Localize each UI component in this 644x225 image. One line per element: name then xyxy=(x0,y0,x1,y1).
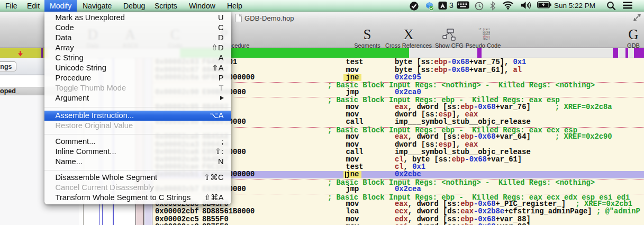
menu-item-assemble-instruction[interactable]: Assemble Instruction...⌥A xyxy=(44,111,231,121)
menubar-item-navigate[interactable]: Navigate xyxy=(77,0,117,12)
menubar-item-modify[interactable]: Modify xyxy=(44,0,77,12)
menu-item-disassemble-whole-segment[interactable]: Disassemble Whole Segment⇧⌘C xyxy=(44,173,231,183)
asm-mnemonic: mov xyxy=(346,111,359,119)
asm-operands: cl, 0x1 xyxy=(395,164,425,171)
menu-shortcut: T xyxy=(219,83,224,93)
toolbar-letter-icon-X: X xyxy=(403,28,414,42)
asm-operands: byte [ss:ebp-0x68+var_61], al xyxy=(395,67,522,74)
nav-segment-purple-tick xyxy=(41,48,43,58)
menu-item-array[interactable]: Array⇧D xyxy=(44,43,231,53)
menu-item-mark-as-unexplored[interactable]: Mark as UnexploredU xyxy=(44,13,231,23)
menu-item-label: Comment... xyxy=(56,137,96,147)
asm-mnemonic: call xyxy=(346,119,364,126)
battery-icon[interactable] xyxy=(537,1,551,11)
menu-item-toggle-thumb-mode[interactable]: Toggle Thumb ModeT xyxy=(44,83,231,93)
menu-item-label: Mark as Unexplored xyxy=(56,13,125,23)
asm-mnemonic: jmp xyxy=(346,186,359,193)
asm-mnemonic: lea xyxy=(346,208,359,215)
menu-item-inline-comment[interactable]: Inline Comment...⇧: xyxy=(44,147,231,157)
menu-shortcut: A xyxy=(219,53,224,63)
adobe-count[interactable]: 3 xyxy=(449,1,453,10)
nav-segment-purple-tick xyxy=(477,48,482,58)
adobe-icon[interactable] xyxy=(438,1,447,12)
nav-segment-purple-tick xyxy=(625,48,628,58)
menu-item-name[interactable]: Name...N xyxy=(44,157,231,167)
asm-mnemonic: jne xyxy=(346,74,359,82)
asm-mnemonic: mov xyxy=(346,141,359,149)
menu-item-label: Assemble Instruction... xyxy=(56,111,134,121)
time-machine-icon[interactable] xyxy=(474,1,484,13)
wifi-icon[interactable] xyxy=(502,1,514,12)
menu-item-label: Array xyxy=(56,43,74,53)
menu-item-cancel-current-disassembly[interactable]: Cancel Current Disassembly xyxy=(44,183,231,193)
menubar-item-edit[interactable]: Edit xyxy=(22,0,45,12)
asm-operands: 0x2ca0 xyxy=(395,89,421,96)
asm-operands: eax, dword [ss:ebp-0x68+var_64] xyxy=(395,133,531,141)
submenu-arrow-icon xyxy=(220,96,224,100)
menu-shortcut: ; xyxy=(221,137,223,147)
fullscreen-icon[interactable] xyxy=(633,13,641,22)
menu-shortcut: N xyxy=(218,157,224,167)
menu-shortcut: ⇧A xyxy=(212,63,223,73)
menu-separator xyxy=(44,131,231,137)
menu-item-code[interactable]: CodeC xyxy=(44,23,231,33)
asm-mnemonic: call xyxy=(346,149,364,156)
toolbar-letter-icon-S: S xyxy=(363,28,371,42)
asm-bytes: 8B75F0 xyxy=(202,223,229,225)
dropbox-icon[interactable] xyxy=(424,1,434,13)
asm-operands: 0x2cbc xyxy=(395,171,421,178)
asm-mnemonic: jmp xyxy=(346,89,359,96)
nav-segment-purple-tick xyxy=(634,48,644,58)
menu-shortcut: ⇧D xyxy=(212,43,224,53)
toolbar-item-pseudo-code[interactable]: if (razzCGPoiCGRectRecttRectPseudo Code xyxy=(451,27,515,48)
tab-strings[interactable]: Strings xyxy=(0,61,16,71)
asm-bytes: 8D88561B0000 xyxy=(202,208,255,215)
asm-operands: 0x2cea xyxy=(395,186,421,193)
menu-item-unicode-string[interactable]: Unicode String⇧A xyxy=(44,63,231,73)
menubar-item-help[interactable]: Help xyxy=(222,0,248,12)
bluetooth-icon[interactable] xyxy=(489,1,496,13)
notification-center-icon[interactable] xyxy=(622,1,633,12)
menu-item-c-string[interactable]: C StringA xyxy=(44,53,231,63)
keyboard-icon[interactable] xyxy=(457,1,469,11)
menubar-item-scripts[interactable]: Scripts xyxy=(149,0,183,12)
volume-icon[interactable] xyxy=(521,1,531,12)
menu-item-procedure[interactable]: ProcedureP xyxy=(44,73,231,83)
menubar-item-debug[interactable]: Debug xyxy=(118,0,150,12)
asm-operands: cl, byte [ss:ebp-0x68+var_61] xyxy=(395,156,522,164)
asm-row[interactable]: 0x00002cc58B55F0movedx, dword [ss:ebp-0x… xyxy=(153,216,644,223)
menu-item-transform-whole-segment-to-c-strings[interactable]: Transform Whole Segment to C Strings⇧⌘A xyxy=(44,193,231,203)
asm-row[interactable]: 0x00002cbf8D88561B0000leaecx, dword [ds:… xyxy=(153,208,644,215)
asm-operands: eax, dword [ss:ebp-0x68+_PIC_register_] xyxy=(395,201,566,208)
menu-item-argument[interactable]: Argument xyxy=(44,93,231,103)
menubar-item-window[interactable]: Window xyxy=(184,0,221,12)
asm-address: 0x00002cbf xyxy=(155,208,199,215)
menu-item-restore-original-value[interactable]: Restore Original Value xyxy=(44,121,231,131)
check-circle-icon[interactable] xyxy=(409,1,419,13)
document-proxy-icon[interactable] xyxy=(235,14,242,22)
asm-mnemonic: mov xyxy=(346,67,359,74)
window-title: GDB-Demo.hop xyxy=(244,14,294,22)
menubar-item-file[interactable]: File xyxy=(0,0,23,12)
menu-item-label: Procedure xyxy=(56,73,92,83)
toolbar-item-gdb[interactable]: GGDB xyxy=(602,27,644,48)
menu-item-label: Toggle Thumb Mode xyxy=(56,83,126,93)
menu-shortcut: D xyxy=(218,33,224,43)
title-group: GDB-Demo.hop xyxy=(235,13,294,23)
menu-shortcut: C xyxy=(218,23,224,33)
asm-row[interactable]: 0x00002cc88B75F0movesi, dword [ss:ebp-0x… xyxy=(153,223,644,225)
menu-item-label: C String xyxy=(56,53,84,63)
nav-segment-purple-tick xyxy=(613,48,618,58)
asm-operands: edx, dword [ss:ebp-0x68+var_88] xyxy=(395,216,531,223)
menubar-clock[interactable]: Sun 5:22 PM xyxy=(554,0,595,12)
menu-item-data[interactable]: DataD xyxy=(44,33,231,43)
menu-item-label: Data xyxy=(56,33,72,43)
menu-bar: FileEditModifyNavigateDebugScriptsWindow… xyxy=(0,0,644,12)
menu-item-comment[interactable]: Comment...; xyxy=(44,137,231,147)
asm-operands: imp___symbol_stub__objc_release xyxy=(395,119,531,126)
spotlight-icon[interactable] xyxy=(606,1,616,13)
nav-segment-data-yellow xyxy=(0,48,48,58)
asm-bytes: 8B55F0 xyxy=(202,216,229,223)
menu-shortcut: ⇧⌘A xyxy=(204,193,224,203)
menu-item-label: Transform Whole Segment to C Strings xyxy=(56,193,191,203)
